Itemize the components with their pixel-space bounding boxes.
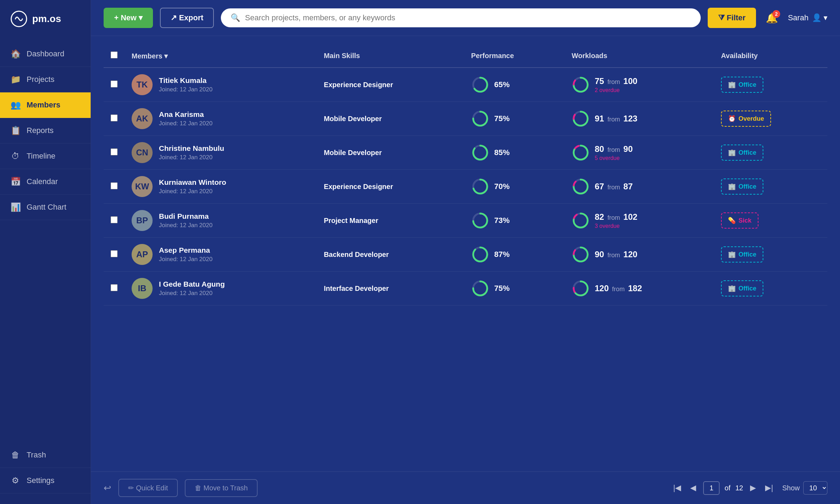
workload-total: 90 — [623, 144, 633, 154]
select-all-checkbox[interactable] — [111, 51, 118, 58]
availability-badge: ⏰ Overdue — [721, 111, 771, 127]
sidebar-item-calendar[interactable]: 📅 Calendar — [0, 169, 91, 195]
member-name: Asep Permana — [159, 246, 212, 254]
new-button[interactable]: + New ▾ — [104, 8, 153, 28]
row-select-checkbox[interactable] — [111, 216, 118, 223]
performance-cell: 87% — [464, 238, 565, 272]
avatar: BP — [132, 210, 153, 231]
table-header: Members ▾ Main Skills Performance Worklo… — [104, 44, 827, 68]
new-button-label: + New ▾ — [114, 13, 142, 22]
last-page-button[interactable]: ▶| — [763, 481, 775, 495]
workload-cell: 67 from 87 — [565, 170, 714, 204]
member-cell: KW Kurniawan Wintoro Joined: 12 Jan 2020 — [125, 170, 317, 204]
search-bar[interactable]: 🔍 — [221, 8, 701, 27]
avail-label: Office — [738, 183, 756, 190]
member-name: Kurniawan Wintoro — [159, 178, 226, 187]
workload-total: 100 — [623, 76, 637, 86]
sidebar-label-trash: Trash — [27, 450, 46, 460]
availability-badge: 🏢 Office — [721, 246, 763, 262]
availability-badge: 🏢 Office — [721, 280, 763, 296]
user-name: Sarah — [788, 13, 808, 22]
row-select-checkbox[interactable] — [111, 80, 118, 88]
total-pages: 12 — [735, 484, 743, 492]
workload-current: 90 — [595, 250, 604, 259]
row-select-checkbox[interactable] — [111, 284, 118, 291]
sidebar-item-gantt[interactable]: 📊 Gantt Chart — [0, 195, 91, 220]
sidebar-label-timeline: Timeline — [27, 152, 55, 161]
search-input[interactable] — [245, 13, 691, 22]
gantt-icon: 📊 — [10, 202, 20, 212]
sidebar-item-members[interactable]: 👥 Members — [0, 92, 91, 118]
sidebar-item-trash[interactable]: 🗑 Trash — [0, 442, 91, 468]
sidebar-item-dashboard[interactable]: 🏠 Dashboard — [0, 41, 91, 67]
workload-overdue: 5 overdue — [595, 155, 633, 161]
row-checkbox[interactable] — [104, 102, 125, 136]
row-select-checkbox[interactable] — [111, 114, 118, 121]
workload-current: 75 — [595, 76, 604, 86]
member-cell: AP Asep Permana Joined: 12 Jan 2020 — [125, 238, 317, 272]
member-cell: IB I Gede Batu Agung Joined: 12 Jan 2020 — [125, 272, 317, 306]
availability-cell: 💊 Sick — [714, 204, 827, 238]
next-page-button[interactable]: ▶ — [748, 481, 758, 495]
performance-value: 75% — [494, 114, 510, 123]
performance-cell: 70% — [464, 170, 565, 204]
row-select-checkbox[interactable] — [111, 148, 118, 155]
avail-label: Office — [738, 285, 756, 292]
member-joined: Joined: 12 Jan 2020 — [159, 86, 212, 93]
sidebar-item-reports[interactable]: 📋 Reports — [0, 118, 91, 144]
header-checkbox[interactable] — [104, 44, 125, 68]
row-checkbox[interactable] — [104, 136, 125, 170]
col-workloads: Workloads — [565, 44, 714, 68]
sidebar-item-timeline[interactable]: ⏱ Timeline — [0, 144, 91, 169]
row-checkbox[interactable] — [104, 272, 125, 306]
table-row: AP Asep Permana Joined: 12 Jan 2020 Back… — [104, 238, 827, 272]
row-checkbox[interactable] — [104, 68, 125, 102]
row-select-checkbox[interactable] — [111, 250, 118, 257]
back-button[interactable]: ↩ — [104, 483, 111, 493]
bottom-bar: ↩ ✏ Quick Edit 🗑 Move to Trash |◀ ◀ 1 of… — [91, 471, 840, 504]
quick-edit-button[interactable]: ✏ Quick Edit — [118, 479, 178, 497]
workload-total: 102 — [623, 212, 637, 222]
sidebar-label-reports: Reports — [27, 126, 54, 135]
sidebar-label-calendar: Calendar — [27, 177, 58, 186]
avail-icon: 💊 — [728, 217, 736, 224]
first-page-button[interactable]: |◀ — [671, 481, 683, 495]
performance-value: 85% — [494, 148, 510, 157]
row-checkbox[interactable] — [104, 238, 125, 272]
table-body: TK Titiek Kumala Joined: 12 Jan 2020 Exp… — [104, 68, 827, 306]
sidebar-item-projects[interactable]: 📁 Projects — [0, 67, 91, 92]
sidebar-label-dashboard: Dashboard — [27, 49, 64, 58]
row-select-checkbox[interactable] — [111, 182, 118, 189]
skill-cell: Experience Designer — [317, 68, 464, 102]
table-row: CN Christine Nambulu Joined: 12 Jan 2020… — [104, 136, 827, 170]
reports-icon: 📋 — [10, 126, 20, 135]
workload-current: 67 — [595, 182, 604, 191]
logo-text: pm.os — [32, 13, 61, 24]
filter-button[interactable]: ⧩ Filter — [708, 8, 756, 28]
workload-cell: 75 from 100 2 overdue — [565, 68, 714, 102]
user-menu[interactable]: Sarah 👤 ▾ — [788, 13, 827, 22]
move-to-trash-button[interactable]: 🗑 Move to Trash — [185, 479, 258, 497]
row-checkbox[interactable] — [104, 170, 125, 204]
prev-page-button[interactable]: ◀ — [688, 481, 698, 495]
svg-point-27 — [473, 247, 487, 261]
export-button[interactable]: ↗ Export — [160, 8, 214, 28]
availability-cell: 🏢 Office — [714, 272, 827, 306]
workload-cell: 90 from 120 — [565, 238, 714, 272]
workload-total: 123 — [623, 114, 637, 123]
current-page[interactable]: 1 — [703, 481, 720, 495]
availability-badge: 🏢 Office — [721, 77, 763, 93]
col-availability: Availability — [714, 44, 827, 68]
show-count-select[interactable]: 10 25 50 — [803, 481, 827, 495]
sidebar-label-members: Members — [27, 100, 61, 110]
notification-button[interactable]: 🔔 2 — [763, 9, 781, 27]
sidebar-item-settings[interactable]: ⚙ Settings — [0, 468, 91, 493]
row-checkbox[interactable] — [104, 204, 125, 238]
member-cell: AK Ana Karisma Joined: 12 Jan 2020 — [125, 102, 317, 136]
col-members: Members ▾ — [125, 44, 317, 68]
member-name: Titiek Kumala — [159, 76, 212, 85]
member-name: Christine Nambulu — [159, 144, 224, 153]
availability-cell: ⏰ Overdue — [714, 102, 827, 136]
performance-value: 70% — [494, 182, 510, 191]
col-skills: Main Skills — [317, 44, 464, 68]
